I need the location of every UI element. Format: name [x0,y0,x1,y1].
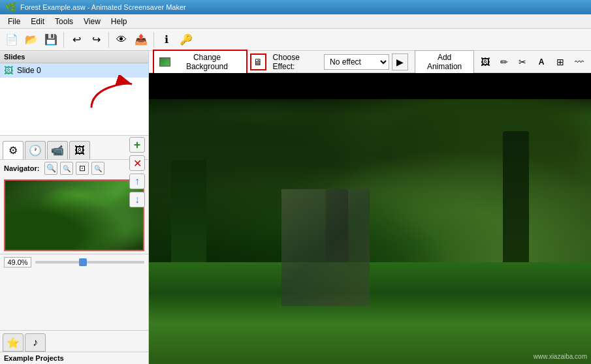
main-area: Slides 🖼 Slide 0 + ✕ ↑ ↓ [0,51,591,364]
fit-button[interactable]: ⊡ [76,162,89,175]
actual-size-button[interactable]: 🔍 [91,162,104,175]
delete-slide-button[interactable]: ✕ [129,155,145,171]
preview-button[interactable]: 👁 [112,31,131,49]
navigator-section: Navigator: 🔍 🔍 ⊡ 🔍 49.0% [0,160,148,330]
ground-cover [149,262,591,364]
move-up-button[interactable]: ↑ [129,174,145,189]
add-animation-button[interactable]: Add Animation [415,50,474,74]
export-button[interactable]: 📤 [132,31,150,49]
bg-icon [159,57,170,67]
separator-3 [153,32,154,48]
slides-header: Slides [0,51,148,63]
zoom-slider[interactable] [35,261,144,264]
stone-steps [281,189,370,305]
forest-background [149,73,591,364]
menu-tools[interactable]: Tools [50,16,78,27]
right-toolbar: Change Background 🖥 Choose Effect: No ef… [149,51,591,73]
zoom-value: 49.0% [4,257,31,267]
menu-view[interactable]: View [78,16,106,27]
save-button[interactable]: 💾 [42,31,60,49]
navigator-forest-bg [5,181,143,250]
tab-video[interactable]: 📹 [47,141,68,159]
example-projects-label: Example Projects [0,352,148,364]
separator-1 [63,32,64,48]
change-bg-label: Change Background [173,53,241,71]
anim-wave-button[interactable]: 〰 [571,53,587,70]
slides-list: 🖼 Slide 0 [0,63,148,135]
tab-star[interactable]: ⭐ [3,333,24,352]
navigator-label: Navigator: 🔍 🔍 ⊡ 🔍 [0,160,148,177]
navigator-preview [4,179,144,251]
anim-text-button[interactable]: A [534,53,550,70]
tabs-row: ⚙ 🕐 📹 🖼 [0,138,148,160]
menu-file[interactable]: File [3,16,25,27]
menu-help[interactable]: Help [106,16,133,27]
change-background-button[interactable]: Change Background [153,50,248,74]
tab-music[interactable]: ♪ [25,333,46,352]
new-button[interactable]: 📄 [3,31,21,49]
anim-scissors-button[interactable]: ✂ [515,53,531,70]
black-bar-top [149,73,591,99]
redo-button[interactable]: ↪ [87,31,105,49]
navigator-controls: 🔍 🔍 ⊡ 🔍 [44,162,104,175]
add-anim-label: Add Animation [427,53,462,71]
menu-edit[interactable]: Edit [25,16,50,27]
title-bar: 🌿 Forest Example.asw - Animated Screensa… [0,0,591,14]
bottom-tabs: ⭐ ♪ [0,330,148,352]
effect-select[interactable]: No effect Fade Slide Left Slide Right Zo… [324,54,389,70]
zoom-row: 49.0% [0,254,148,270]
left-panel: Slides 🖼 Slide 0 + ✕ ↑ ↓ [0,51,149,364]
monitor-icon: 🖥 [253,57,263,67]
tab-image[interactable]: 🖼 [69,141,90,159]
slide-item-0[interactable]: 🖼 Slide 0 [0,63,148,78]
tab-clock[interactable]: 🕐 [25,141,46,159]
slide-action-buttons: + ✕ ↑ ↓ [129,137,145,207]
tab-settings[interactable]: ⚙ [3,141,24,159]
apply-icon: ▶ [396,57,404,67]
zoom-in-button[interactable]: 🔍 [44,162,57,175]
main-toolbar: 📄 📂 💾 ↩ ↪ 👁 📤 ℹ 🔑 [0,29,591,51]
key-button[interactable]: 🔑 [177,31,195,49]
navigator-forest-detail [5,181,143,250]
slide-icon: 🖼 [4,65,13,76]
title-text: Forest Example.asw - Animated Screensave… [20,3,186,11]
monitor-icon-button[interactable]: 🖥 [250,53,266,70]
open-button[interactable]: 📂 [22,31,40,49]
anim-picture-button[interactable]: 🖼 [477,53,493,70]
effect-label: Choose Effect: [273,53,322,71]
anim-grid-button[interactable]: ⊞ [552,53,568,70]
separator-2 [108,32,109,48]
anim-pencil-button[interactable]: ✏ [496,53,512,70]
slide-label: Slide 0 [17,66,41,75]
slides-section: Slides 🖼 Slide 0 [0,51,148,136]
undo-button[interactable]: ↩ [67,31,86,49]
info-button[interactable]: ℹ [157,31,176,49]
zoom-out-button[interactable]: 🔍 [60,162,73,175]
apply-effect-button[interactable]: ▶ [392,53,408,70]
zoom-thumb[interactable] [79,258,87,266]
move-down-button[interactable]: ↓ [129,192,145,207]
add-slide-button[interactable]: + [129,137,145,153]
menu-bar: File Edit Tools View Help [0,14,591,29]
watermark: www.xiazaiba.com [534,353,587,360]
app-icon: 🌿 [5,2,16,12]
canvas-area[interactable]: www.xiazaiba.com [149,73,591,364]
right-panel: Change Background 🖥 Choose Effect: No ef… [149,51,591,364]
